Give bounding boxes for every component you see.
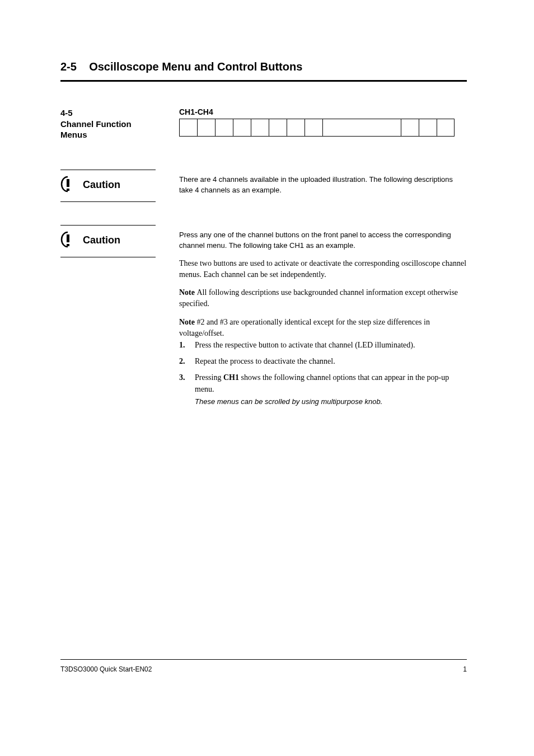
note-1: Note All following descriptions use back…	[179, 287, 467, 310]
svg-rect-3	[67, 244, 69, 246]
channel-box	[437, 119, 455, 137]
list-item: 1.Press the respective button to activat…	[179, 339, 467, 351]
channel-box	[251, 119, 269, 137]
channel-box	[269, 119, 287, 137]
channel-box	[419, 119, 437, 137]
caution-label: Caution	[83, 234, 120, 247]
section-title: 2-5 Oscilloscope Menu and Control Button…	[60, 60, 467, 73]
step-text: Press the respective button to activate …	[195, 339, 467, 351]
step-number: 2.	[179, 355, 195, 367]
channel-box	[215, 119, 233, 137]
exclamation-icon	[60, 176, 75, 195]
main-description: These two buttons are used to activate o…	[179, 258, 467, 281]
channel-box	[287, 119, 305, 137]
controls-row: 4-5 Channel Function Menus CH1-CH4	[60, 107, 467, 140]
svg-rect-0	[67, 179, 69, 187]
channel-box	[401, 119, 419, 137]
channel-box	[197, 119, 215, 137]
step-number: 1.	[179, 339, 195, 351]
caution-body-2: Press any one of the channel buttons on …	[179, 229, 467, 251]
note-2: Note #2 and #3 are operationally identic…	[179, 317, 467, 340]
section-number: 2-5	[60, 60, 77, 73]
step-subtext: These menus can be scrolled by using mul…	[195, 396, 467, 407]
channel-box	[305, 119, 322, 137]
caution-label: Caution	[83, 179, 120, 191]
list-item: 3.Pressing CH1 shows the following chann…	[179, 372, 467, 407]
section-heading: Oscilloscope Menu and Control Buttons	[89, 60, 302, 73]
step-text: Repeat the process to deactivate the cha…	[195, 355, 467, 367]
step-number: 3.	[179, 372, 195, 407]
page-footer: T3DSO3000 Quick Start-EN02 1	[60, 665, 467, 673]
controls-right: CH1-CH4	[179, 107, 467, 137]
section-rule	[60, 80, 467, 82]
page: 2-5 Oscilloscope Menu and Control Button…	[0, 0, 534, 756]
list-item: 2.Repeat the process to deactivate the c…	[179, 355, 467, 367]
exclamation-icon	[60, 231, 75, 250]
caution-group-2: Caution Press any one of the channel but…	[60, 225, 467, 251]
caution-body-1: There are 4 channels available in the up…	[179, 174, 467, 196]
channel-box	[179, 119, 197, 137]
step-text: Pressing CH1 shows the following channel…	[195, 372, 467, 407]
footer-left: T3DSO3000 Quick Start-EN02	[60, 665, 152, 673]
steps-list: 1.Press the respective button to activat…	[179, 339, 467, 407]
caution-block: Caution	[60, 225, 156, 257]
controls-heading: CH1-CH4	[179, 107, 467, 116]
channel-box	[233, 119, 251, 137]
controls-sidebar-label: 4-5 Channel Function Menus	[60, 107, 179, 140]
channel-box	[322, 119, 401, 137]
caution-group-1: Caution There are 4 channels available i…	[60, 170, 467, 196]
channel-boxes	[179, 119, 467, 137]
caution-block: Caution	[60, 170, 156, 202]
footer-rule	[60, 659, 467, 660]
footer-page-number: 1	[463, 665, 467, 673]
svg-rect-1	[67, 189, 69, 191]
svg-rect-2	[67, 234, 69, 242]
